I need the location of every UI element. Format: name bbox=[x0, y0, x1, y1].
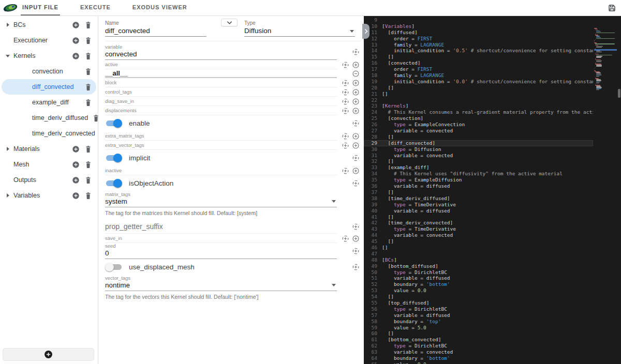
param-value[interactable]: nontime bbox=[105, 281, 337, 291]
sidebar-item-Mesh[interactable]: Mesh bbox=[0, 157, 98, 172]
code-line-31[interactable]: 31 variable = convected bbox=[364, 153, 593, 159]
dropdown-caret-icon[interactable] bbox=[332, 200, 336, 203]
code-line-10[interactable]: 10[Variables] bbox=[364, 23, 593, 29]
code-line-62[interactable]: 62 type = DirichletBC bbox=[364, 343, 593, 349]
sidebar-item-Outputs[interactable]: Outputs bbox=[0, 172, 98, 188]
code-line-34[interactable]: 34 # This Kernel uses "diffusivity" from… bbox=[364, 171, 593, 177]
param-field[interactable]: save_in bbox=[105, 234, 337, 243]
code-line-20[interactable]: 20 [] bbox=[364, 85, 593, 91]
trash-icon[interactable] bbox=[83, 51, 93, 60]
tab-exodus-viewer[interactable]: EXODUS VIEWER bbox=[131, 0, 189, 16]
toggle-isObjectAction[interactable] bbox=[105, 178, 123, 189]
code-line-54[interactable]: 54 [] bbox=[364, 294, 593, 300]
add-icon[interactable] bbox=[71, 51, 80, 60]
focus-target-icon[interactable] bbox=[352, 48, 360, 56]
code-line-46[interactable]: 46[] bbox=[364, 245, 593, 251]
trash-icon[interactable] bbox=[83, 67, 93, 76]
code-line-15[interactable]: 15 [] bbox=[364, 54, 593, 60]
sidebar-item-Variables[interactable]: Variables bbox=[0, 188, 98, 203]
param-value[interactable]: system bbox=[105, 197, 337, 207]
code-line-43[interactable]: 43 type = TimeDerivative bbox=[364, 226, 593, 232]
code-line-11[interactable]: 11 [diffused] bbox=[364, 29, 593, 36]
code-line-42[interactable]: 42 [time_deriv_convected] bbox=[364, 220, 593, 226]
code-line-30[interactable]: 30 type = Diffusion bbox=[364, 146, 593, 153]
sidebar-item-Executioner[interactable]: Executioner bbox=[0, 33, 98, 48]
code-line-45[interactable]: 45 [] bbox=[364, 238, 593, 245]
add-circle-icon[interactable] bbox=[352, 79, 360, 87]
add-circle-icon[interactable] bbox=[352, 167, 360, 175]
trash-icon[interactable] bbox=[83, 20, 93, 29]
sidebar-item-time_deriv_diffused[interactable]: time_deriv_diffused bbox=[0, 110, 98, 126]
param-value[interactable]: 0 bbox=[105, 249, 337, 259]
code-line-24[interactable]: 24 # This Kernel consumes a real-gradien… bbox=[364, 109, 593, 115]
add-circle-icon[interactable] bbox=[352, 235, 360, 242]
code-line-61[interactable]: 61 [bottom_convected] bbox=[364, 337, 593, 343]
code-line-22[interactable]: 22 bbox=[364, 97, 593, 103]
sidebar-item-convection[interactable]: convection bbox=[0, 64, 98, 79]
code-line-55[interactable]: 55 [top_diffused] bbox=[364, 300, 593, 306]
trash-icon[interactable] bbox=[83, 160, 93, 169]
code-line-9[interactable]: 9 bbox=[364, 17, 593, 23]
name-field[interactable]: Name diff_convected bbox=[105, 18, 206, 37]
param-field[interactable]: isObjectAction bbox=[105, 178, 337, 189]
add-circle-icon[interactable] bbox=[352, 132, 360, 140]
focus-target-icon[interactable] bbox=[342, 79, 349, 87]
param-field[interactable]: active bbox=[105, 60, 337, 69]
code-line-18[interactable]: 18 family = LAGRANGE bbox=[364, 72, 593, 79]
focus-target-icon[interactable] bbox=[352, 119, 360, 127]
code-line-27[interactable]: 27 variable = convected bbox=[364, 128, 593, 134]
code-line-44[interactable]: 44 variable = convected bbox=[364, 232, 593, 238]
param-field[interactable]: extra_vector_tags bbox=[105, 141, 337, 150]
code-line-29[interactable]: 29 [diff_convected] bbox=[364, 140, 593, 146]
code-line-51[interactable]: 51 variable = diffused bbox=[364, 275, 593, 281]
code-line-25[interactable]: 25 [convection] bbox=[364, 115, 593, 122]
code-lines[interactable]: 910[Variables]11 [diffused]12 order = FI… bbox=[364, 17, 593, 364]
sidebar-item-time_deriv_convected[interactable]: time_deriv_convected bbox=[0, 126, 98, 141]
focus-target-icon[interactable] bbox=[352, 263, 360, 271]
add-block-button[interactable] bbox=[3, 348, 94, 360]
sidebar-item-diff_convected[interactable]: diff_convected bbox=[2, 79, 96, 95]
param-field[interactable]: prop_getter_suffix bbox=[105, 220, 337, 234]
add-circle-icon[interactable] bbox=[352, 142, 360, 149]
code-line-60[interactable]: 60 [] bbox=[364, 330, 593, 337]
sidebar-item-example_diff[interactable]: example_diff bbox=[0, 95, 98, 110]
save-icon[interactable] bbox=[607, 3, 617, 13]
add-circle-icon[interactable] bbox=[352, 107, 360, 115]
tab-execute[interactable]: EXECUTE bbox=[79, 0, 112, 16]
param-value[interactable]: convected bbox=[105, 50, 337, 59]
code-line-28[interactable]: 28 [] bbox=[364, 134, 593, 140]
param-field[interactable]: control_tags bbox=[105, 87, 337, 97]
code-line-32[interactable]: 32 [] bbox=[364, 158, 593, 164]
focus-target-icon[interactable] bbox=[342, 107, 349, 115]
code-line-59[interactable]: 59 value = 5.0 bbox=[364, 325, 593, 331]
code-line-38[interactable]: 38 [time_deriv_diffused] bbox=[364, 195, 593, 202]
code-line-17[interactable]: 17 order = FIRST bbox=[364, 66, 593, 72]
focus-target-icon[interactable] bbox=[342, 132, 349, 140]
param-field[interactable]: matrix_tagssystem bbox=[105, 191, 337, 207]
focus-target-icon[interactable] bbox=[342, 235, 349, 242]
code-line-21[interactable]: 21[] bbox=[364, 91, 593, 97]
trash-icon[interactable] bbox=[83, 191, 93, 200]
add-circle-icon[interactable] bbox=[352, 98, 360, 105]
focus-target-icon[interactable] bbox=[342, 61, 349, 69]
focus-target-icon[interactable] bbox=[342, 98, 349, 105]
focus-target-icon[interactable] bbox=[352, 247, 360, 255]
trash-icon[interactable] bbox=[83, 144, 93, 154]
sidebar-item-Kernels[interactable]: Kernels bbox=[0, 48, 98, 64]
code-line-47[interactable]: 47 bbox=[364, 251, 593, 257]
trash-icon[interactable] bbox=[83, 98, 93, 107]
code-line-65[interactable]: 65 value = 0.0 bbox=[364, 361, 593, 364]
param-field[interactable]: displacements bbox=[105, 106, 337, 115]
param-field[interactable]: variableconvected bbox=[105, 44, 337, 60]
type-field-value[interactable]: Diffusion bbox=[244, 26, 355, 37]
add-icon[interactable] bbox=[71, 20, 80, 29]
code-line-57[interactable]: 57 variable = diffused bbox=[364, 312, 593, 318]
dropdown-caret-icon[interactable] bbox=[332, 284, 336, 286]
name-field-value[interactable]: diff_convected bbox=[105, 26, 206, 37]
chevron-down-icon[interactable] bbox=[4, 55, 11, 57]
minimap[interactable] bbox=[594, 17, 617, 363]
param-field[interactable]: __all__ bbox=[105, 69, 337, 78]
add-icon[interactable] bbox=[71, 144, 80, 154]
param-placeholder[interactable]: prop_getter_suffix bbox=[105, 222, 337, 231]
param-field[interactable]: block bbox=[105, 78, 337, 87]
